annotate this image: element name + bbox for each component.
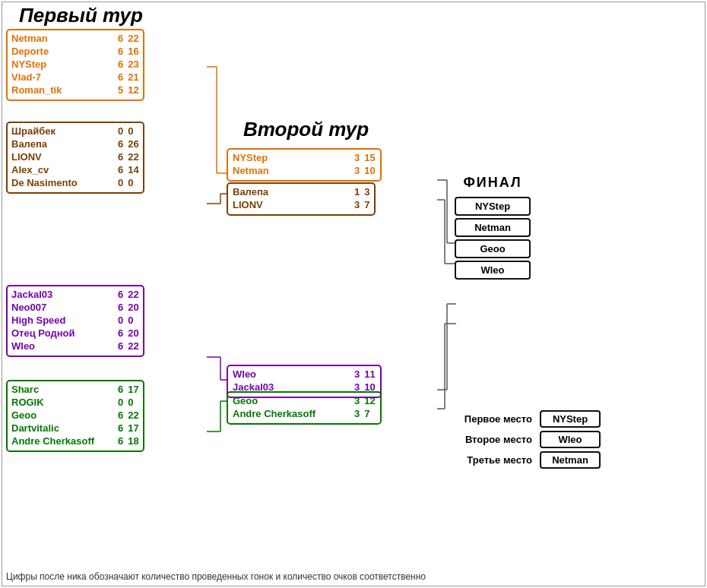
r1g2p4: Alex_cv 6 14 <box>11 164 139 175</box>
round1-group1: Netman 6 22 Deporte 6 16 NYStep 6 23 <box>6 29 144 101</box>
r1g3p1: Jackal03 6 22 <box>11 289 139 300</box>
placement3-box: Netman <box>540 451 601 469</box>
r1g2p3: LIONV 6 22 <box>11 151 139 163</box>
round1-group4: Sharc 6 17 ROGIK 0 0 Geoo 6 22 <box>6 380 144 452</box>
round2-title: Второй тур <box>243 118 369 141</box>
footer-text: Цифры после ника обозначают количество п… <box>6 571 426 582</box>
r1g4p4: Dartvitalic 6 17 <box>11 422 139 434</box>
round2-group1: NYStep 3 15 Netman 3 10 <box>227 148 382 182</box>
final-player3: Geoo <box>455 239 531 258</box>
r1g2p5: De Nasimento 0 0 <box>11 177 139 188</box>
r1g1p3: NYStep 6 23 <box>11 58 139 70</box>
r1g4p1: Sharc 6 17 <box>11 384 139 395</box>
placement1: Первое место NYStep <box>449 410 601 428</box>
r1g4p3: Geoo 6 22 <box>11 409 139 421</box>
final-player2: Netman <box>455 218 531 237</box>
r1g1p1: Netman 6 22 <box>11 33 139 44</box>
r1g3p4: Отец Родной 6 20 <box>11 327 139 339</box>
round1-group3: Jackal03 6 22 Neo007 6 20 High Speed 0 0 <box>6 285 144 357</box>
r2g3p1: Wleo 3 11 <box>233 368 376 380</box>
round1-group2: Шрайбек 0 0 Валепа 6 26 LIONV 6 22 <box>6 122 144 194</box>
round2-group2: Валепа 1 3 LIONV 3 7 <box>227 182 376 216</box>
placement1-box: NYStep <box>540 410 601 428</box>
r1g4p2: ROGIK 0 0 <box>11 397 139 408</box>
round1-title: Первый тур <box>15 4 143 27</box>
final-player1: NYStep <box>455 197 531 216</box>
r2g2p1: Валепа 1 3 <box>233 186 369 198</box>
r1g3p5: Wleo 6 22 <box>11 340 139 352</box>
r1g2p2: Валепа 6 26 <box>11 138 139 150</box>
r1g1p4: Vlad-7 6 21 <box>11 71 139 83</box>
r2g4p1: Geoo 3 12 <box>233 395 376 406</box>
final-title: ФИНАЛ <box>455 175 531 191</box>
r2g1p2: Netman 3 10 <box>233 165 376 176</box>
r1g1p2: Deporte 6 16 <box>11 46 139 57</box>
round2-group4: Geoo 3 12 Andre Cherkasoff 3 7 <box>227 391 382 425</box>
r1g3p3: High Speed 0 0 <box>11 315 139 326</box>
placement2-box: Wleo <box>540 431 601 448</box>
r1g2p1: Шрайбек 0 0 <box>11 125 139 137</box>
placements: Первое место NYStep Второе место Wleo Тр… <box>449 410 601 472</box>
placement2: Второе место Wleo <box>449 431 601 448</box>
r1g4p5: Andre Cherkasoff 6 18 <box>11 435 139 447</box>
placement3: Третье место Netman <box>449 451 601 469</box>
r2g4p2: Andre Cherkasoff 3 7 <box>233 408 376 419</box>
r2g1p1: NYStep 3 15 <box>233 152 376 163</box>
main-container: Первый тур Netman 6 22 Deporte 6 16 NYSt… <box>0 0 707 588</box>
r2g2p2: LIONV 3 7 <box>233 199 369 210</box>
final-player4: Wleo <box>455 261 531 280</box>
final-section: ФИНАЛ NYStep Netman Geoo Wleo <box>455 175 531 282</box>
r1g1p5: Roman_tik 5 12 <box>11 84 139 96</box>
r1g3p2: Neo007 6 20 <box>11 302 139 313</box>
